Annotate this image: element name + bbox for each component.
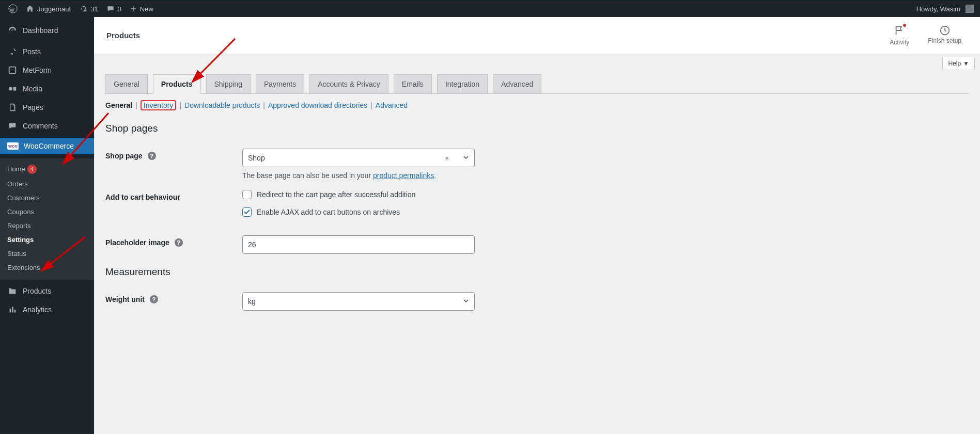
submenu-settings[interactable]: Settings — [0, 233, 94, 247]
submenu-extensions[interactable]: Extensions — [0, 261, 94, 275]
shop-page-select[interactable]: Shop × — [242, 149, 475, 167]
menu-woocommerce[interactable]: wooWooCommerce — [0, 138, 94, 154]
clear-icon[interactable]: × — [445, 154, 449, 162]
chevron-down-icon — [463, 297, 469, 306]
menu-metform-label: MetForm — [23, 66, 52, 74]
menu-posts[interactable]: Posts — [0, 42, 94, 61]
howdy-account[interactable]: Howdy, Wasim — [916, 5, 976, 13]
home-badge: 4 — [27, 165, 37, 174]
help-icon[interactable]: ? — [148, 152, 156, 160]
admin-bar: Juggernaut 31 0 New Howdy, Wasim — [0, 1, 980, 17]
redirect-checkbox[interactable] — [242, 190, 252, 199]
settings-tabs: General Products Shipping Payments Accou… — [105, 74, 969, 94]
updates-link[interactable]: 31 — [75, 1, 102, 17]
section-measurements: Measurements — [105, 266, 969, 278]
product-permalinks-link[interactable]: product permalinks — [373, 171, 434, 180]
caret-down-icon: ▼ — [963, 60, 969, 67]
form-icon — [7, 65, 18, 75]
menu-media[interactable]: Media — [0, 79, 94, 98]
page-title: Products — [106, 31, 140, 40]
menu-metform[interactable]: MetForm — [0, 61, 94, 79]
tab-accounts-privacy[interactable]: Accounts & Privacy — [309, 74, 388, 93]
subtab-downloadable[interactable]: Downloadable products — [184, 101, 260, 109]
subtab-advanced[interactable]: Advanced — [376, 101, 408, 109]
pages-icon — [7, 102, 18, 112]
comments-link[interactable]: 0 — [102, 1, 126, 17]
shop-page-label: Shop page — [105, 152, 143, 160]
avatar — [966, 5, 974, 13]
menu-woocommerce-label: WooCommerce — [24, 142, 74, 150]
admin-sidebar: Dashboard Posts MetForm Media Pages Comm… — [0, 17, 94, 434]
ajax-checkbox[interactable] — [242, 207, 252, 217]
pin-icon — [7, 46, 18, 57]
site-name: Juggernaut — [37, 5, 71, 13]
tab-integration[interactable]: Integration — [437, 74, 488, 93]
menu-products[interactable]: Products — [0, 282, 94, 300]
menu-posts-label: Posts — [23, 47, 41, 56]
tab-shipping[interactable]: Shipping — [206, 74, 251, 93]
menu-products-label: Products — [23, 287, 51, 295]
new-link[interactable]: New — [126, 1, 158, 17]
svg-rect-1 — [9, 67, 16, 74]
redirect-checkbox-row[interactable]: Redirect to the cart page after successf… — [242, 190, 656, 199]
analytics-icon — [7, 304, 18, 315]
wordpress-logo[interactable] — [4, 1, 22, 17]
tab-products[interactable]: Products — [153, 74, 201, 94]
menu-pages[interactable]: Pages — [0, 98, 94, 117]
ajax-label: Enable AJAX add to cart buttons on archi… — [257, 208, 400, 216]
woocommerce-submenu: Home4 Orders Customers Coupons Reports S… — [0, 158, 94, 280]
media-icon — [7, 84, 18, 94]
activity-button[interactable]: Activity — [890, 25, 909, 46]
submenu-customers[interactable]: Customers — [0, 191, 94, 205]
svg-point-2 — [9, 87, 12, 90]
submenu-reports[interactable]: Reports — [0, 219, 94, 233]
new-label: New — [140, 5, 153, 13]
menu-analytics[interactable]: Analytics — [0, 300, 94, 319]
ajax-checkbox-row[interactable]: Enable AJAX add to cart buttons on archi… — [242, 207, 656, 217]
products-icon — [7, 286, 18, 296]
weight-unit-value: kg — [248, 297, 256, 306]
add-to-cart-label: Add to cart behaviour — [105, 193, 180, 201]
placeholder-image-label: Placeholder image — [105, 238, 169, 247]
menu-analytics-label: Analytics — [23, 306, 52, 314]
menu-pages-label: Pages — [23, 103, 43, 111]
tab-advanced[interactable]: Advanced — [493, 74, 541, 93]
site-home[interactable]: Juggernaut — [22, 1, 75, 17]
menu-comments-label: Comments — [23, 122, 58, 130]
updates-count: 31 — [90, 5, 98, 13]
redirect-label: Redirect to the cart page after successf… — [257, 190, 415, 199]
submenu-coupons[interactable]: Coupons — [0, 205, 94, 219]
menu-media-label: Media — [23, 85, 42, 93]
comments-count: 0 — [118, 5, 121, 13]
page-header: Products Activity Finish setup — [94, 17, 980, 54]
help-icon[interactable]: ? — [150, 295, 158, 303]
menu-comments[interactable]: Comments — [0, 117, 94, 135]
products-subtabs: General | Inventory | Downloadable produ… — [105, 94, 969, 116]
weight-unit-label: Weight unit — [105, 295, 145, 303]
dashboard-icon — [7, 25, 18, 36]
comment-icon — [7, 121, 18, 131]
placeholder-image-input[interactable]: 26 — [242, 235, 475, 254]
menu-dashboard[interactable]: Dashboard — [0, 21, 94, 40]
shop-page-desc: The base page can also be used in your p… — [242, 171, 656, 180]
tab-general[interactable]: General — [105, 74, 148, 93]
help-toggle[interactable]: Help ▼ — [942, 57, 975, 70]
clock-icon — [939, 25, 951, 36]
subtab-approved-dirs[interactable]: Approved download directories — [268, 101, 367, 109]
help-icon[interactable]: ? — [175, 238, 183, 247]
section-shop-pages: Shop pages — [105, 123, 969, 134]
submenu-home[interactable]: Home4 — [0, 162, 94, 177]
woo-icon: woo — [7, 142, 19, 150]
submenu-status[interactable]: Status — [0, 247, 94, 261]
tab-payments[interactable]: Payments — [256, 74, 304, 93]
subtab-general[interactable]: General — [105, 101, 132, 109]
tab-emails[interactable]: Emails — [394, 74, 432, 93]
finish-setup-button[interactable]: Finish setup — [928, 25, 961, 44]
notification-dot — [903, 24, 906, 27]
menu-dashboard-label: Dashboard — [23, 26, 58, 35]
submenu-orders[interactable]: Orders — [0, 177, 94, 191]
weight-unit-select[interactable]: kg — [242, 292, 475, 311]
shop-page-value: Shop — [248, 154, 265, 162]
subtab-inventory[interactable]: Inventory — [141, 100, 177, 110]
chevron-down-icon[interactable] — [463, 154, 469, 162]
